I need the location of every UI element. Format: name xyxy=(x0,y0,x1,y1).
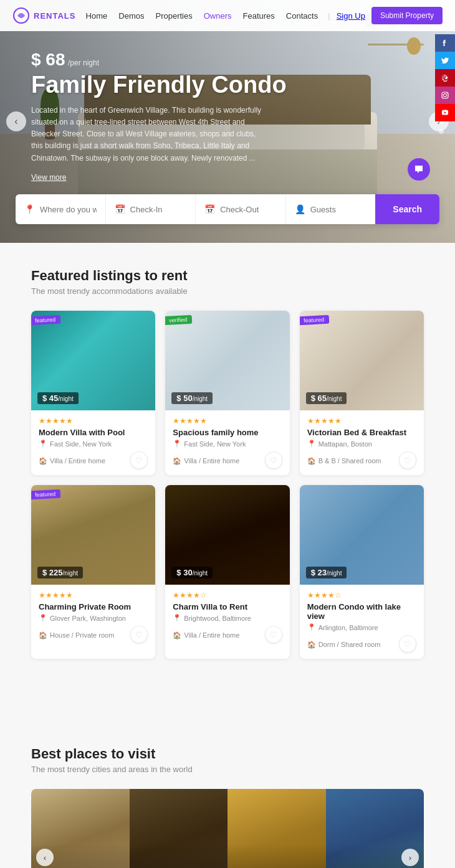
card-image: $ 65/night featured xyxy=(300,311,424,410)
card-type: 🏠Villa / Entire home xyxy=(39,457,105,465)
featured-subtitle: The most trendy accommodations available xyxy=(31,286,424,296)
nav-owners[interactable]: Owners xyxy=(204,11,232,21)
location-pin-icon: 📍 xyxy=(307,623,316,631)
home-icon: 🏠 xyxy=(173,457,181,465)
card-stars: ★★★★★ xyxy=(173,417,282,425)
listing-card: $ 30/night ★★★★☆ Charm Villa to Rent 📍Br… xyxy=(165,485,289,659)
nav-demos[interactable]: Demos xyxy=(118,11,144,21)
nav-right: | Sign Up Submit Property xyxy=(328,7,443,24)
checkout-input[interactable] xyxy=(220,205,277,214)
favorite-button[interactable]: ♡ xyxy=(265,626,282,643)
listing-grid: $ 45/night featured ★★★★★ Modern Villa w… xyxy=(31,311,424,659)
submit-property-button[interactable]: Submit Property xyxy=(371,7,443,24)
hero-view-more[interactable]: View more xyxy=(31,173,287,182)
location-pin-icon: 📍 xyxy=(173,614,181,622)
card-stars: ★★★★☆ xyxy=(307,591,416,600)
location-pin-icon: 📍 xyxy=(173,440,181,448)
favorite-button[interactable]: ♡ xyxy=(265,451,282,469)
card-type: 🏠Villa / Entire home xyxy=(173,457,239,465)
card-type: 🏠House / Private room xyxy=(39,631,114,639)
svg-point-3 xyxy=(446,93,447,93)
destination-input[interactable] xyxy=(40,205,97,214)
listing-card: $ 225/night featured ★★★★★ Charming Priv… xyxy=(31,485,155,659)
places-prev-arrow[interactable]: ‹ xyxy=(36,849,54,866)
calendar-checkout-icon: 📅 xyxy=(204,204,215,214)
nav-signin[interactable]: Sign Up xyxy=(337,11,365,21)
card-image: $ 45/night featured xyxy=(31,311,155,410)
checkin-input[interactable] xyxy=(130,205,187,214)
card-location: 📍Fast Side, New York xyxy=(173,440,282,448)
chat-button[interactable] xyxy=(408,158,430,181)
card-footer: 🏠B & B / Shared room ♡ xyxy=(307,451,416,469)
nav-features[interactable]: Features xyxy=(243,11,275,21)
places-next-arrow[interactable]: › xyxy=(401,849,419,866)
card-price: $ 30/night xyxy=(171,567,213,578)
favorite-button[interactable]: ♡ xyxy=(130,626,148,643)
checkin-field: 📅 xyxy=(106,194,196,224)
card-location: 📍Brightwood, Baltimore xyxy=(173,614,282,622)
card-stars: ★★★★★ xyxy=(307,417,416,425)
featured-section: Featured listings to rent The most trend… xyxy=(0,243,455,684)
hero-dot-3[interactable] xyxy=(439,129,444,134)
best-places-subtitle: The most trendy cities and areas in the … xyxy=(31,765,424,774)
hero-content: $ 68 /per night Family Friendly Condo Lo… xyxy=(31,50,287,182)
hero-prev-arrow[interactable]: ‹ xyxy=(6,111,26,131)
home-icon: 🏠 xyxy=(307,457,316,465)
card-image: $ 30/night xyxy=(165,485,289,585)
card-type: 🏠B & B / Shared room xyxy=(307,457,381,465)
youtube-button[interactable] xyxy=(435,104,455,121)
card-badge: verified xyxy=(165,315,192,325)
location-pin-icon: 📍 xyxy=(39,614,47,622)
card-badge: featured xyxy=(31,315,60,326)
card-footer: 🏠Villa / Entire home ♡ xyxy=(173,451,282,469)
nav-home[interactable]: Home xyxy=(86,11,108,21)
place-card[interactable]: Philadelphia 2 listings xyxy=(130,789,228,868)
social-sidebar xyxy=(435,34,455,121)
favorite-button[interactable]: ♡ xyxy=(399,451,416,469)
place-overlay xyxy=(130,789,228,868)
listing-card: $ 65/night featured ★★★★★ Victorian Bed … xyxy=(300,311,424,475)
nav-contacts[interactable]: Contacts xyxy=(286,11,318,21)
best-places-title: Best places to visit xyxy=(31,746,424,762)
home-icon: 🏠 xyxy=(307,641,316,649)
card-body: ★★★★★ Victorian Bed & Breakfast 📍Mattapa… xyxy=(300,410,424,475)
logo-text: RENTALS xyxy=(34,11,75,21)
logo[interactable]: RENTALS xyxy=(12,7,75,24)
card-location: 📍Glover Park, Washington xyxy=(39,614,148,622)
hero-title: Family Friendly Condo xyxy=(31,72,287,98)
location-pin-icon: 📍 xyxy=(39,440,47,448)
card-name: Spacious family home xyxy=(173,428,282,437)
favorite-button[interactable]: ♡ xyxy=(130,451,148,469)
card-footer: 🏠Villa / Entire home ♡ xyxy=(39,451,148,469)
nav-properties[interactable]: Properties xyxy=(155,11,192,21)
instagram-button[interactable] xyxy=(435,87,455,104)
person-icon: 👤 xyxy=(295,204,305,214)
hero-section: $ 68 /per night Family Friendly Condo Lo… xyxy=(0,0,455,243)
listing-card: $ 50/night verified ★★★★★ Spacious famil… xyxy=(165,311,289,475)
featured-title: Featured listings to rent xyxy=(31,268,424,284)
main-nav: RENTALS Home Demos Properties Owners Fea… xyxy=(0,0,455,31)
checkout-field: 📅 xyxy=(196,194,286,224)
card-name: Victorian Bed & Breakfast xyxy=(307,428,416,437)
card-type: 🏠Villa / Entire home xyxy=(173,631,239,639)
pinterest-button[interactable] xyxy=(435,69,455,87)
home-icon: 🏠 xyxy=(39,631,47,639)
twitter-button[interactable] xyxy=(435,52,455,69)
card-image: $ 225/night featured xyxy=(31,485,155,585)
svg-point-2 xyxy=(444,94,447,97)
guests-field: 👤 xyxy=(286,194,376,224)
card-price: $ 225/night xyxy=(37,567,83,578)
svg-rect-1 xyxy=(442,92,448,98)
location-icon: 📍 xyxy=(24,204,35,214)
card-name: Charming Private Room xyxy=(39,602,148,611)
favorite-button[interactable]: ♡ xyxy=(399,635,416,653)
card-stars: ★★★★★ xyxy=(39,591,148,600)
search-button[interactable]: Search xyxy=(375,194,439,224)
card-footer: 🏠Dorm / Shared room ♡ xyxy=(307,635,416,653)
guests-input[interactable] xyxy=(310,205,367,214)
facebook-button[interactable] xyxy=(435,34,455,52)
location-pin-icon: 📍 xyxy=(307,440,316,448)
place-card[interactable]: Washington 5 listings xyxy=(228,789,326,868)
listing-card: $ 45/night featured ★★★★★ Modern Villa w… xyxy=(31,311,155,475)
card-name: Modern Villa with Pool xyxy=(39,428,148,437)
